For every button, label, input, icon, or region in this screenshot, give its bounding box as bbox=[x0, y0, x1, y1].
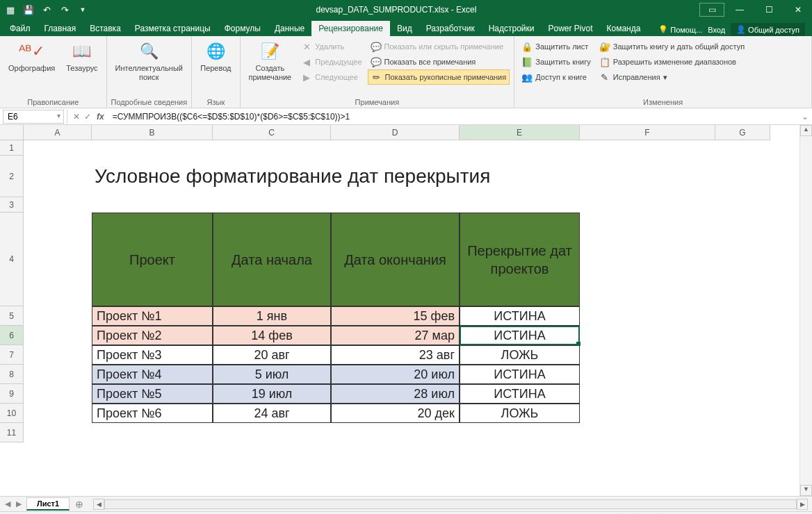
maximize-button[interactable]: ☐ bbox=[755, 0, 783, 19]
minimize-button[interactable]: — bbox=[726, 0, 754, 19]
column-header-D[interactable]: D bbox=[331, 125, 460, 140]
tab-рецензирование[interactable]: Рецензирование bbox=[311, 21, 390, 36]
tab-разработчик[interactable]: Разработчик bbox=[419, 21, 482, 36]
tab-файл[interactable]: Файл bbox=[3, 21, 38, 36]
formula-input[interactable]: =СУММПРОИЗВ(($C6<=$D$5:$D$10)*($D6>=$C$5… bbox=[108, 110, 798, 123]
tab-power-pivot[interactable]: Power Pivot bbox=[541, 21, 599, 36]
expand-formula-bar-icon[interactable]: ⌄ bbox=[798, 112, 812, 122]
table-cell-start[interactable]: 20 авг bbox=[213, 345, 331, 365]
row-header-9[interactable]: 9 bbox=[0, 384, 23, 404]
table-cell-end[interactable]: 20 июл bbox=[331, 365, 460, 384]
tab-разметка-страницы[interactable]: Разметка страницы bbox=[128, 21, 218, 36]
table-cell-start[interactable]: 1 янв bbox=[213, 306, 331, 326]
row-header-7[interactable]: 7 bbox=[0, 345, 23, 365]
tab-команда[interactable]: Команда bbox=[600, 21, 648, 36]
table-cell-end[interactable]: 28 июл bbox=[331, 384, 460, 404]
row-header-5[interactable]: 5 bbox=[0, 306, 23, 326]
column-header-E[interactable]: E bbox=[460, 125, 580, 140]
track-changes-button[interactable]: ✎Исправления ▾ bbox=[596, 69, 747, 85]
table-cell-overlap[interactable]: ИСТИНА bbox=[460, 365, 580, 384]
previous-comment-button[interactable]: ◀Предыдущее bbox=[298, 54, 364, 69]
column-headers[interactable]: ABCDEFG bbox=[24, 125, 770, 140]
tab-надстройки[interactable]: Надстройки bbox=[482, 21, 542, 36]
spelling-button[interactable]: ᴬᴮ✓ Орфография bbox=[4, 39, 59, 97]
table-cell-project[interactable]: Проект №6 bbox=[92, 404, 213, 423]
row-header-10[interactable]: 10 bbox=[0, 404, 23, 423]
delete-comment-button[interactable]: ✕Удалить bbox=[298, 39, 364, 54]
vertical-scrollbar[interactable]: ▲ ▼ bbox=[799, 125, 812, 496]
table-cell-project[interactable]: Проект №1 bbox=[92, 306, 213, 326]
table-cell-end[interactable]: 15 фев bbox=[331, 306, 460, 326]
scroll-down-button[interactable]: ▼ bbox=[800, 485, 812, 496]
smart-lookup-button[interactable]: 🔍 Интеллектуальный поиск bbox=[111, 39, 187, 97]
enter-formula-icon[interactable]: ✓ bbox=[84, 112, 91, 122]
table-cell-project[interactable]: Проект №4 bbox=[92, 365, 213, 384]
row-header-6[interactable]: 6 bbox=[0, 326, 23, 345]
worksheet-grid[interactable]: ABCDEFG 1234567891011 Условное форматиро… bbox=[0, 125, 812, 496]
scroll-left-button[interactable]: ◀ bbox=[93, 499, 104, 510]
row-header-4[interactable]: 4 bbox=[0, 213, 23, 306]
table-cell-end[interactable]: 27 мар bbox=[331, 326, 460, 345]
protect-workbook-button[interactable]: 📗Защитить книгу bbox=[519, 54, 594, 69]
next-comment-button[interactable]: ▶Следующее bbox=[298, 69, 364, 85]
show-hide-comment-button[interactable]: 💬Показать или скрыть примечание bbox=[368, 39, 510, 54]
column-header-C[interactable]: C bbox=[213, 125, 331, 140]
table-cell-project[interactable]: Проект №2 bbox=[92, 326, 213, 345]
tab-вставка[interactable]: Вставка bbox=[83, 21, 128, 36]
undo-icon[interactable]: ↶ bbox=[40, 3, 53, 16]
table-cell-start[interactable]: 14 фев bbox=[213, 326, 331, 345]
allow-edit-ranges-button[interactable]: 📋Разрешить изменение диапазонов bbox=[596, 54, 747, 69]
row-header-3[interactable]: 3 bbox=[0, 197, 23, 213]
scroll-up-button[interactable]: ▲ bbox=[800, 125, 812, 136]
row-headers[interactable]: 1234567891011 bbox=[0, 140, 24, 442]
table-cell-overlap[interactable]: ИСТИНА bbox=[460, 384, 580, 404]
new-sheet-button[interactable]: ⊕ bbox=[70, 499, 89, 510]
ribbon-options-button[interactable]: ▭ bbox=[699, 3, 724, 17]
table-header[interactable]: Дата начала bbox=[213, 213, 331, 306]
row-header-2[interactable]: 2 bbox=[0, 156, 23, 197]
protect-and-share-button[interactable]: 🔐Защитить книгу и дать общий доступ bbox=[596, 39, 747, 54]
table-cell-start[interactable]: 24 авг bbox=[213, 404, 331, 423]
signin-button[interactable]: Вход bbox=[708, 26, 725, 34]
table-header[interactable]: Проект bbox=[92, 213, 213, 306]
horizontal-scrollbar[interactable]: ◀ ▶ bbox=[93, 499, 808, 510]
table-cell-start[interactable]: 19 июл bbox=[213, 384, 331, 404]
table-cell-project[interactable]: Проект №3 bbox=[92, 345, 213, 365]
show-ink-button[interactable]: ✏Показать рукописные примечания bbox=[368, 69, 510, 85]
help-tell-me[interactable]: 💡 Помощ... bbox=[658, 25, 702, 34]
row-header-1[interactable]: 1 bbox=[0, 140, 23, 156]
table-cell-overlap[interactable]: ЛОЖЬ bbox=[460, 404, 580, 423]
tab-данные[interactable]: Данные bbox=[268, 21, 311, 36]
data-title[interactable]: Условное форматирование дат перекрытия bbox=[92, 156, 715, 197]
protect-sheet-button[interactable]: 🔒Защитить лист bbox=[519, 39, 594, 54]
row-header-8[interactable]: 8 bbox=[0, 365, 23, 384]
share-workbook-button[interactable]: 👥Доступ к книге bbox=[519, 69, 594, 85]
column-header-F[interactable]: F bbox=[580, 125, 715, 140]
table-cell-overlap[interactable]: ИСТИНА bbox=[460, 326, 580, 345]
share-button[interactable]: 👤 Общий доступ bbox=[731, 23, 805, 36]
thesaurus-button[interactable]: 📖 Тезаурус bbox=[62, 39, 102, 97]
sheet-nav-last[interactable]: ▶ bbox=[14, 499, 24, 508]
tab-главная[interactable]: Главная bbox=[38, 21, 83, 36]
table-cell-end[interactable]: 20 дек bbox=[331, 404, 460, 423]
name-box[interactable]: E6 bbox=[3, 110, 64, 124]
table-cell-start[interactable]: 5 июл bbox=[213, 365, 331, 384]
column-header-A[interactable]: A bbox=[24, 125, 92, 140]
save-icon[interactable]: 💾 bbox=[22, 3, 35, 16]
show-all-comments-button[interactable]: 💬Показать все примечания bbox=[368, 54, 510, 69]
select-all-corner[interactable] bbox=[0, 125, 24, 140]
column-header-B[interactable]: B bbox=[92, 125, 213, 140]
table-header[interactable]: Перекрытие дат проектов bbox=[460, 213, 580, 306]
sheet-nav-first[interactable]: ◀ bbox=[3, 499, 13, 508]
cancel-formula-icon[interactable]: ✕ bbox=[73, 112, 80, 122]
fx-icon[interactable]: fx bbox=[97, 112, 108, 122]
tab-формулы[interactable]: Формулы bbox=[218, 21, 268, 36]
row-header-11[interactable]: 11 bbox=[0, 423, 23, 442]
table-header[interactable]: Дата окончания bbox=[331, 213, 460, 306]
tab-вид[interactable]: Вид bbox=[390, 21, 419, 36]
table-cell-overlap[interactable]: ЛОЖЬ bbox=[460, 345, 580, 365]
close-button[interactable]: ✕ bbox=[784, 0, 812, 19]
scroll-right-button[interactable]: ▶ bbox=[797, 499, 808, 510]
column-header-G[interactable]: G bbox=[715, 125, 770, 140]
new-comment-button[interactable]: 📝 Создать примечание bbox=[245, 39, 296, 97]
